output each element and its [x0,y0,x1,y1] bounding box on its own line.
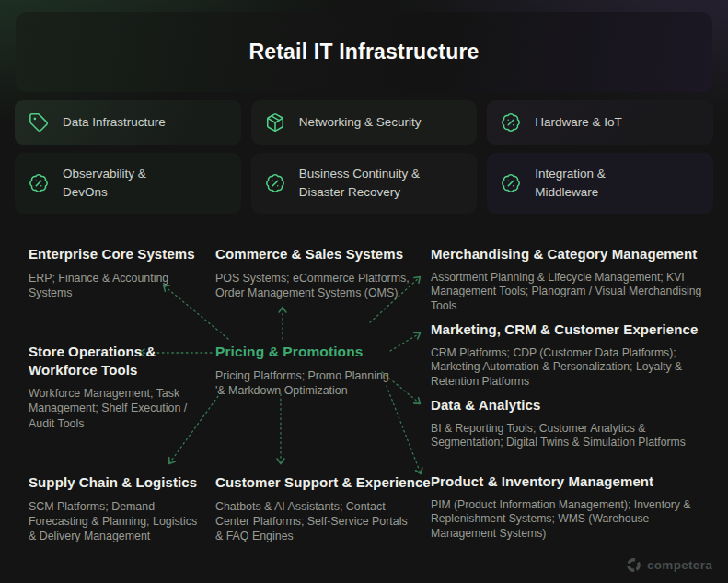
chip-label: Networking & Security [299,113,422,132]
node-title: Pricing & Promotions [215,343,390,361]
node-description: Workforce Management; Task Management; S… [29,386,190,431]
node-description: PIM (Product Information Management); In… [431,498,707,542]
retail-it-infrastructure-poster: Retail IT Infrastructure Data Infrastruc… [0,0,728,583]
node-description: Pricing Platforms; Promo Planning '& Mar… [215,368,390,399]
node-marketing-crm-cx: Marketing, CRM & Customer Experience CRM… [431,321,723,390]
node-description: Assortment Planning & Lifecycle Manageme… [431,271,714,315]
category-chips: Data Infrastructure Networking & Securit… [15,100,713,214]
node-title: Merchandising & Category Management [431,245,714,263]
node-pricing-promotions: Pricing & Promotions Pricing Platforms; … [215,343,390,399]
chip-label: Observability & DevOns [63,165,190,203]
competera-logo: competera [626,557,712,573]
competera-mark-icon [626,557,641,573]
node-description: CRM Platforms; CDP (Customer Data Platfo… [431,346,723,391]
node-title: Marketing, CRM & Customer Experience [431,321,723,339]
node-description: SCM Platforms; Demand Forecasting & Plan… [29,499,199,544]
node-title: Supply Chain & Logistics [29,473,199,492]
chip-label: Hardware & IoT [535,113,622,132]
node-description: BI & Reporting Tools; Customer Analytics… [431,422,698,451]
arrow-pricing-to-product-inventory [387,386,421,473]
chip-label: Data Infrastructure [63,113,166,132]
arrow-pricing-to-marketing-crm [390,333,420,351]
package-icon [265,112,285,133]
chip-observability-devons: Observability & DevOns [15,153,241,214]
node-merchandising-category: Merchandising & Category Management Asso… [431,245,714,314]
node-title: Store Operations & Workforce Tools [29,343,167,379]
node-data-analytics: Data & Analytics BI & Reporting Tools; C… [431,396,698,450]
node-description: Chatbots & AI Assistants; Contact Center… [215,499,413,544]
node-enterprise-core-systems: Enterprise Core Systems ERP; Finance & A… [29,245,180,300]
node-title: Enterprise Core Systems [29,245,180,263]
chip-networking-security: Networking & Security [251,100,478,145]
chip-data-infrastructure: Data Infrastructure [15,100,241,145]
badge-percent-icon [501,173,521,193]
badge-percent-icon [501,112,521,133]
node-title: Customer Support & Experience [215,473,413,492]
chip-integration-middleware: Integration & Middleware [487,153,713,214]
node-store-operations-workforce: Store Operations & Workforce Tools Workf… [29,343,190,431]
node-description: ERP; Finance & Accounting Systems [29,271,180,301]
node-description: POS Systems; eCommerce Platforms, Order … [215,271,410,301]
header-card: Retail IT Infrastructure [16,12,712,92]
chip-label: Integration & Middleware [535,165,662,203]
node-commerce-sales-systems: Commerce & Sales Systems POS Systems; eC… [215,245,410,300]
node-title: Product & Inventory Management [431,472,707,491]
page-title: Retail IT Infrastructure [248,40,479,64]
node-product-inventory-management: Product & Inventory Management PIM (Prod… [431,472,707,542]
chip-hardware-iot: Hardware & IoT [487,100,713,145]
chip-label: Business Continuity & Disaster Recovery [299,165,426,203]
node-customer-support-experience: Customer Support & Experience Chatbots &… [215,473,413,543]
node-title: Commerce & Sales Systems [215,245,410,263]
competera-logo-text: competera [647,558,712,572]
tag-icon [29,112,49,133]
node-supply-chain-logistics: Supply Chain & Logistics SCM Platforms; … [29,473,199,543]
badge-percent-icon [29,173,49,193]
chip-business-continuity: Business Continuity & Disaster Recovery [251,153,478,214]
badge-percent-icon [265,173,285,193]
node-title: Data & Analytics [431,396,698,414]
